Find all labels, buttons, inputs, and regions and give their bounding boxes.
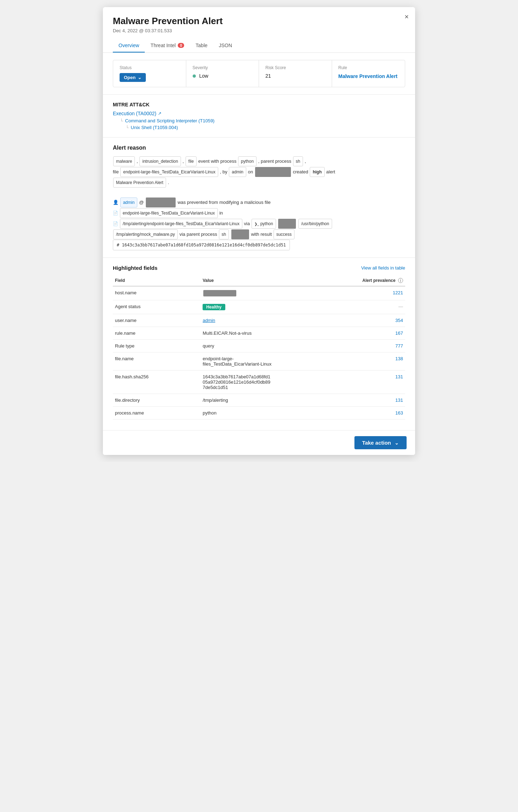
col-value: Value bbox=[200, 275, 347, 286]
rule-link[interactable]: Malware Prevention Alert bbox=[338, 73, 398, 79]
close-button[interactable]: × bbox=[404, 13, 409, 21]
severity-cell: Severity Low bbox=[186, 60, 259, 87]
field-name: file.name bbox=[113, 352, 200, 371]
redacted-hostname-1: ██████████ bbox=[255, 167, 291, 177]
highlighted-fields-table: Field Value Alert prevalence i host.name… bbox=[113, 275, 405, 419]
table-row: file.hash.sha2561643c3a3bb7617abe07a1d68… bbox=[113, 371, 405, 394]
mitre-title: MITRE ATT&CK bbox=[113, 102, 405, 107]
redacted-value: █████████ bbox=[203, 290, 236, 296]
view-all-link[interactable]: View all fields in table bbox=[361, 265, 405, 271]
tag-malware: malware bbox=[113, 156, 135, 166]
alert-reason-body: malware , intrusion_detection , file eve… bbox=[113, 156, 405, 250]
field-name: rule.name bbox=[113, 327, 200, 340]
take-action-bar: Take action ⌄ bbox=[103, 430, 415, 455]
field-prevalence: 777 bbox=[347, 340, 405, 352]
field-value: Healthy bbox=[200, 300, 347, 314]
field-value: █████████ bbox=[200, 286, 347, 300]
field-name: host.name bbox=[113, 286, 200, 300]
tab-json[interactable]: JSON bbox=[213, 39, 238, 52]
tag-user: admin bbox=[229, 167, 246, 177]
tag-result: success bbox=[274, 229, 294, 239]
file-icon: 📄 bbox=[113, 211, 118, 216]
field-prevalence: 163 bbox=[347, 407, 405, 419]
tab-threat-intel[interactable]: Threat Intel 0 bbox=[145, 39, 190, 52]
highlighted-fields-section: Highlighted fields View all fields in ta… bbox=[103, 258, 415, 427]
table-row: file.nameendpoint-large- files_TestData_… bbox=[113, 352, 405, 371]
field-prevalence: 1221 bbox=[347, 286, 405, 300]
field-prevalence: 131 bbox=[347, 371, 405, 394]
tab-overview[interactable]: Overview bbox=[113, 39, 145, 52]
take-action-button[interactable]: Take action ⌄ bbox=[354, 436, 407, 449]
field-name: Agent status bbox=[113, 300, 200, 314]
alert-reason-title: Alert reason bbox=[113, 145, 405, 151]
panel-header: × Malware Prevention Alert Dec 4, 2022 @… bbox=[103, 7, 415, 53]
severity-label: Severity bbox=[193, 65, 253, 70]
tag-via-cmd: ❯_ python bbox=[252, 219, 276, 229]
hash-value: # 1643c3a3bb7617abe07a1d68fd105a972d0816… bbox=[113, 240, 290, 250]
field-name: user.name bbox=[113, 314, 200, 327]
panel-title: Malware Prevention Alert bbox=[113, 16, 405, 27]
mitre-child-link-1[interactable]: Command and Scripting Interpreter (T1059… bbox=[125, 118, 215, 123]
tag-path2: /usr/bin/python bbox=[298, 219, 332, 229]
summary-section: Status Open ⌄ Severity Low Risk Score 21… bbox=[103, 53, 415, 95]
info-icon[interactable]: i bbox=[398, 278, 403, 283]
severity-dot-icon bbox=[193, 74, 196, 78]
status-open-button[interactable]: Open ⌄ bbox=[120, 73, 146, 82]
mitre-parent: Execution (TA0002) ↗ bbox=[113, 110, 405, 117]
alert-reason-section: Alert reason malware , intrusion_detecti… bbox=[103, 138, 415, 258]
table-row: file.directory/tmp/alerting131 bbox=[113, 394, 405, 407]
tag-python: python bbox=[238, 156, 257, 166]
field-name: process.name bbox=[113, 407, 200, 419]
mitre-child-link-2[interactable]: Unix Shell (T1059.004) bbox=[131, 125, 178, 130]
field-value: /tmp/alerting bbox=[200, 394, 347, 407]
user-icon: 👤 bbox=[113, 200, 119, 205]
tag-parent2: sh bbox=[219, 229, 229, 239]
panel-date: Dec 4, 2022 @ 03:37:01.533 bbox=[113, 28, 405, 33]
table-row: user.nameadmin354 bbox=[113, 314, 405, 327]
risk-score-cell: Risk Score 21 bbox=[259, 60, 332, 87]
col-field: Field bbox=[113, 275, 200, 286]
table-row: Agent statusHealthy— bbox=[113, 300, 405, 314]
tag-file-name2: endpoint-large-files_TestData_EicarVaria… bbox=[120, 208, 218, 218]
field-prevalence: 138 bbox=[347, 352, 405, 371]
field-value: python bbox=[200, 407, 347, 419]
redacted-hostname-2: ████████ bbox=[146, 198, 176, 207]
mitre-section: MITRE ATT&CK Execution (TA0002) ↗ └ Comm… bbox=[103, 95, 415, 138]
field-value: query bbox=[200, 340, 347, 352]
risk-score-label: Risk Score bbox=[265, 65, 325, 70]
field-prevalence: 354 bbox=[347, 314, 405, 327]
field-prevalence: 167 bbox=[347, 327, 405, 340]
tree-line-icon-2: └ bbox=[126, 125, 129, 130]
field-prevalence: — bbox=[347, 300, 405, 314]
risk-score-value: 21 bbox=[265, 73, 325, 79]
field-name: file.hash.sha256 bbox=[113, 371, 200, 394]
tabs-bar: Overview Threat Intel 0 Table JSON bbox=[113, 39, 405, 52]
chevron-down-icon: ⌄ bbox=[395, 440, 399, 446]
field-value: endpoint-large- files_TestData_EicarVari… bbox=[200, 352, 347, 371]
table-row: rule.nameMulti.EICAR.Not-a-virus167 bbox=[113, 327, 405, 340]
status-cell: Status Open ⌄ bbox=[113, 60, 186, 87]
mitre-parent-link[interactable]: Execution (TA0002) ↗ bbox=[113, 111, 161, 116]
tag-intrusion: intrusion_detection bbox=[139, 156, 181, 166]
terminal-icon: ❯_ bbox=[254, 222, 259, 226]
chevron-down-icon: ⌄ bbox=[138, 75, 142, 80]
tag-path3: /tmp/alerting/mock_malware.py bbox=[113, 229, 178, 239]
field-value-link[interactable]: admin bbox=[203, 318, 215, 323]
field-name: Rule type bbox=[113, 340, 200, 352]
highlighted-fields-header: Highlighted fields View all fields in ta… bbox=[113, 265, 405, 271]
alert-panel: × Malware Prevention Alert Dec 4, 2022 @… bbox=[103, 7, 415, 455]
rule-label: Rule bbox=[338, 65, 399, 70]
mitre-child-1: └ Command and Scripting Interpreter (T10… bbox=[120, 118, 405, 123]
table-row: process.namepython163 bbox=[113, 407, 405, 419]
tree-line-icon: └ bbox=[120, 118, 123, 123]
tag-filename: endpoint-large-files_TestData_EicarVaria… bbox=[120, 167, 218, 177]
field-name: file.directory bbox=[113, 394, 200, 407]
external-link-icon: ↗ bbox=[158, 111, 161, 116]
mitre-child-2: └ Unix Shell (T1059.004) bbox=[126, 125, 405, 130]
table-row: host.name█████████1221 bbox=[113, 286, 405, 300]
field-value[interactable]: admin bbox=[200, 314, 347, 327]
tag-alert-name: Malware Prevention Alert bbox=[113, 178, 166, 188]
tab-table[interactable]: Table bbox=[190, 39, 213, 52]
table-row: Rule typequery777 bbox=[113, 340, 405, 352]
rule-cell: Rule Malware Prevention Alert bbox=[332, 60, 405, 87]
